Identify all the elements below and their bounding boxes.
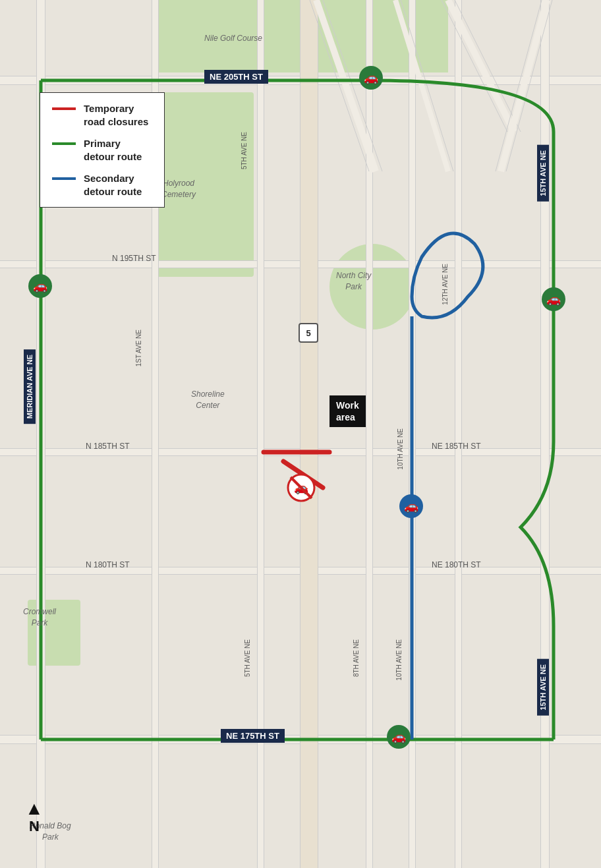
label-5th-ave-bottom: 5TH AVE NE [244, 639, 251, 677]
label-8th-ave: 8TH AVE NE [353, 639, 360, 677]
label-ne180-right: NE 180TH ST [432, 560, 481, 569]
north-arrow-symbol: ▲ [25, 799, 43, 818]
car-icon-15th-top: 🚗 [542, 287, 565, 311]
legend-item-primary: Primarydetour route [52, 137, 152, 163]
badge-ne175: NE 175TH ST [221, 729, 285, 743]
label-nile-golf: Nile Golf Course [204, 33, 262, 44]
label-n195: N 195TH ST [112, 254, 156, 263]
road-i5 [300, 0, 318, 868]
car-icon-ne205: 🚗 [359, 66, 383, 90]
label-5th-ave-top: 5TH AVE NE [241, 132, 248, 169]
label-shoreline: ShorelineCenter [191, 389, 225, 411]
label-12th-ave: 12TH AVE NE [442, 264, 449, 305]
road-12th [455, 0, 462, 868]
road-8th [366, 0, 373, 868]
legend-label-secondary: Secondarydetour route [84, 172, 142, 198]
label-n180: N 180TH ST [86, 560, 130, 569]
legend-label-closures: Temporaryroad closures [84, 102, 148, 128]
badge-ne205: NE 205TH ST [204, 70, 268, 84]
label-cromwell: CromwellPark [23, 606, 56, 629]
road-15th [540, 0, 550, 868]
label-10th-ave: 10TH AVE NE [397, 428, 404, 470]
legend-line-red [52, 107, 76, 110]
legend-box: Temporaryroad closures Primarydetour rou… [40, 92, 165, 208]
interstate-shield: 5 [299, 323, 318, 343]
interstate-number: 5 [306, 328, 310, 338]
car-icon-meridian: 🚗 [28, 274, 52, 298]
legend-label-primary: Primarydetour route [84, 137, 142, 163]
legend-item-secondary: Secondarydetour route [52, 172, 152, 198]
badge-15th-top: 15TH AVE NE [537, 145, 549, 202]
north-arrow-label: N [29, 818, 40, 834]
north-arrow: ▲ N [25, 799, 43, 835]
work-area-label: Workarea [329, 395, 366, 427]
badge-15th-bottom: 15TH AVE NE [537, 659, 549, 716]
label-ne185-right: NE 185TH ST [432, 442, 481, 451]
road-closed-icon: 🚗 [287, 473, 316, 502]
label-holyrood: HolyroodCemetery [161, 178, 196, 200]
label-1st-ave: 1ST AVE NE [135, 330, 142, 366]
label-n185-left: N 185TH ST [86, 442, 130, 451]
badge-meridian: MERIDIAN AVE NE [24, 349, 36, 424]
car-icon-ne175: 🚗 [387, 725, 411, 749]
label-north-city: North CityPark [336, 270, 371, 293]
car-icon-blue-ne185: 🚗 [399, 494, 423, 518]
legend-line-blue [52, 177, 76, 180]
label-10th-ave-bottom: 10TH AVE NE [395, 639, 403, 681]
map-container: N 195TH ST N 185TH ST NE 185TH ST N 180T… [0, 0, 601, 868]
legend-line-green [52, 142, 76, 145]
legend-item-closures: Temporaryroad closures [52, 102, 152, 128]
